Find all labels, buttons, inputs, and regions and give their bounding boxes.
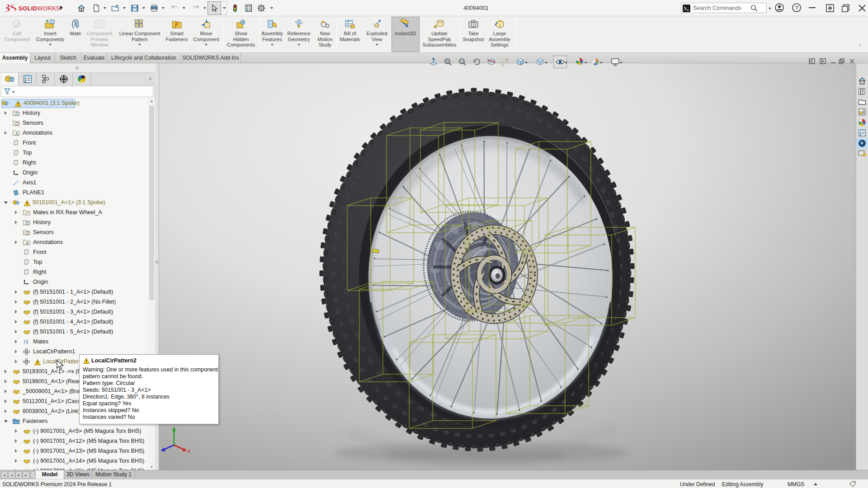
svg-text:SOLIDWORKS: SOLIDWORKS xyxy=(19,5,60,12)
svg-text:A: A xyxy=(15,132,18,136)
svg-text:?: ? xyxy=(795,5,798,11)
svg-text:A: A xyxy=(26,241,28,245)
svg-text:X: X xyxy=(187,449,191,454)
